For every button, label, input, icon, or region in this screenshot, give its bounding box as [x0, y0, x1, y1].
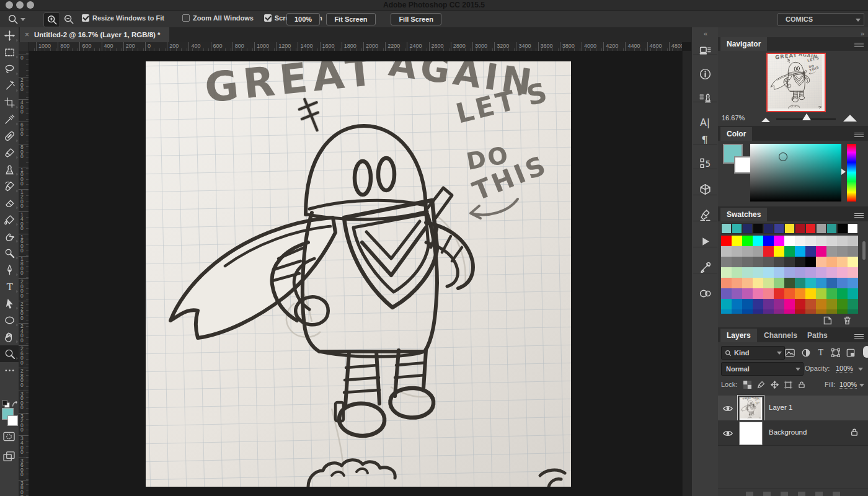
swatch[interactable]	[837, 267, 848, 278]
swatch[interactable]	[763, 236, 774, 246]
layers-footer-bar[interactable]	[718, 489, 868, 496]
swatch[interactable]	[795, 236, 805, 246]
swatch[interactable]	[826, 288, 837, 299]
filter-adjustment-layers-button[interactable]	[800, 347, 812, 358]
swatch[interactable]	[795, 309, 805, 314]
swatch[interactable]	[763, 288, 774, 299]
layer-row-layer-1[interactable]: Layer 1	[718, 396, 868, 421]
close-tab-icon[interactable]: ×	[25, 30, 29, 39]
swatch[interactable]	[784, 236, 795, 246]
swatch[interactable]	[742, 288, 753, 299]
background-color-swatch[interactable]	[7, 415, 18, 426]
swatches-scrollbar[interactable]	[862, 241, 866, 260]
filter-type-layers-button[interactable]: T	[815, 347, 827, 358]
dock-icon-actions[interactable]	[692, 232, 719, 250]
tool-eraser[interactable]	[0, 195, 19, 211]
swatch[interactable]	[826, 267, 837, 278]
zoom-out-button[interactable]	[61, 12, 76, 26]
filter-smart-object-button[interactable]	[844, 347, 857, 358]
swatch[interactable]	[848, 309, 858, 314]
swatch[interactable]	[805, 267, 816, 278]
swatch[interactable]	[826, 309, 837, 314]
lock-artboard-button[interactable]	[782, 379, 794, 389]
swatch[interactable]	[837, 309, 848, 314]
fill-value[interactable]: 100%	[839, 381, 857, 389]
swatch[interactable]	[774, 278, 784, 288]
opacity-value[interactable]: 100%	[836, 365, 853, 373]
swatch[interactable]	[732, 246, 742, 257]
swatch-recent[interactable]	[732, 223, 742, 234]
swatch[interactable]	[721, 288, 732, 299]
swatch[interactable]	[784, 257, 795, 267]
tool-crop[interactable]	[0, 94, 19, 111]
navigator-thumbnail[interactable]	[766, 53, 826, 112]
swatch[interactable]	[732, 299, 742, 309]
tool-eyedropper[interactable]	[0, 111, 19, 128]
swatch-recent[interactable]	[753, 223, 763, 234]
swatch[interactable]	[805, 299, 816, 309]
swatch-recent[interactable]	[763, 223, 774, 234]
swatch-recent[interactable]	[848, 223, 858, 234]
dock-icon-3d[interactable]	[692, 180, 719, 198]
swatch-recent[interactable]	[784, 223, 795, 234]
tool-shape[interactable]	[0, 312, 19, 329]
swatch[interactable]	[763, 299, 774, 309]
ruler-horizontal[interactable]: 1000800600400200020040060080010001200140…	[29, 42, 682, 51]
dock-icon-creative-cloud[interactable]	[692, 284, 719, 303]
tool-history-brush[interactable]	[0, 178, 19, 195]
swatch[interactable]	[837, 288, 848, 299]
swatch[interactable]	[732, 309, 742, 314]
swatch[interactable]	[816, 257, 826, 267]
swatch[interactable]	[721, 236, 732, 246]
tool-edit-toolbar[interactable]	[0, 362, 19, 379]
quick-mask-button[interactable]	[3, 432, 15, 444]
filter-pixel-layers-button[interactable]	[784, 347, 796, 358]
swatch[interactable]	[732, 267, 742, 278]
swatch[interactable]	[816, 236, 826, 246]
swatch[interactable]	[753, 309, 763, 314]
navigator-zoom-value[interactable]: 16.67%	[722, 114, 745, 122]
swatch[interactable]	[732, 236, 742, 246]
swatch-recent[interactable]	[774, 223, 784, 234]
swatch[interactable]	[837, 257, 848, 267]
swatch[interactable]	[848, 267, 858, 278]
tool-move[interactable]	[0, 27, 19, 44]
swatch[interactable]	[763, 257, 774, 267]
dock-icon-character[interactable]: A|	[692, 113, 719, 131]
swatch[interactable]	[816, 267, 826, 278]
swatch-recent[interactable]	[816, 223, 826, 234]
new-swatch-button[interactable]	[822, 315, 833, 328]
swatch[interactable]	[742, 267, 753, 278]
swatch[interactable]	[721, 257, 732, 267]
button-fit-screen[interactable]: Fit Screen	[326, 13, 375, 25]
swatch[interactable]	[837, 278, 848, 288]
blend-mode-dropdown[interactable]: Normal	[721, 362, 804, 376]
color-saturation-field[interactable]	[750, 144, 841, 202]
checkbox-box[interactable]	[82, 14, 89, 22]
chevron-down-icon[interactable]	[859, 384, 864, 387]
swatch[interactable]	[774, 309, 784, 314]
swatch[interactable]	[848, 257, 858, 267]
zoom-in-button[interactable]	[43, 12, 60, 27]
checkbox-zoom-all-windows[interactable]: Zoom All Windows	[182, 14, 254, 22]
document-tab[interactable]: × Untitled-2 @ 16.7% (Layer 1, RGB/8) *	[20, 27, 169, 42]
swatch[interactable]	[795, 288, 805, 299]
swatch[interactable]	[795, 267, 805, 278]
swatch[interactable]	[721, 246, 732, 257]
tool-healing-brush[interactable]	[0, 128, 19, 144]
tab-navigator[interactable]: Navigator	[720, 37, 767, 51]
swatch[interactable]	[774, 299, 784, 309]
chevron-down-icon[interactable]	[858, 368, 863, 371]
swatch[interactable]	[826, 236, 837, 246]
swatch[interactable]	[816, 246, 826, 257]
tool-paint-bucket[interactable]	[0, 211, 19, 228]
swatch[interactable]	[826, 299, 837, 309]
lock-all-button[interactable]	[796, 379, 807, 389]
swatch[interactable]	[826, 278, 837, 288]
layer-thumbnail[interactable]	[739, 397, 763, 420]
background-color-swatch[interactable]	[734, 156, 751, 174]
navigator-panel-menu-icon[interactable]	[854, 42, 864, 47]
swatch[interactable]	[837, 246, 848, 257]
swatch-recent[interactable]	[826, 223, 837, 234]
swatch[interactable]	[742, 257, 753, 267]
